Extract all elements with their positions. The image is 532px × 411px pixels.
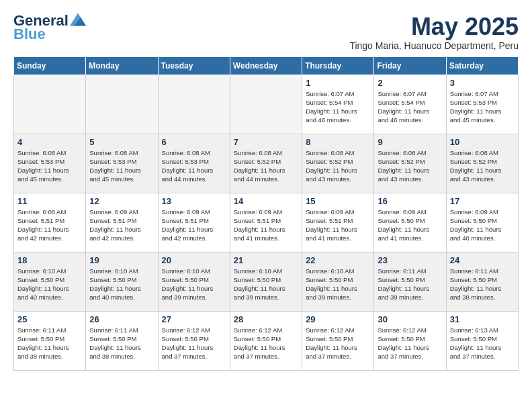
day-info: Sunrise: 6:09 AM Sunset: 5:51 PM Dayligh… — [306, 208, 370, 243]
day-info: Sunrise: 6:08 AM Sunset: 5:52 PM Dayligh… — [234, 148, 298, 184]
calendar-cell: 26Sunrise: 6:11 AM Sunset: 5:50 PM Dayli… — [86, 311, 158, 370]
calendar-cell: 7Sunrise: 6:08 AM Sunset: 5:52 PM Daylig… — [230, 134, 302, 193]
day-info: Sunrise: 6:11 AM Sunset: 5:50 PM Dayligh… — [17, 326, 82, 361]
day-info: Sunrise: 6:12 AM Sunset: 5:50 PM Dayligh… — [306, 326, 370, 361]
logo-blue-text: Blue — [13, 27, 46, 42]
day-number: 15 — [306, 196, 370, 206]
calendar-cell: 4Sunrise: 6:08 AM Sunset: 5:53 PM Daylig… — [14, 134, 86, 193]
day-number: 26 — [89, 314, 154, 324]
calendar-cell: 19Sunrise: 6:10 AM Sunset: 5:50 PM Dayli… — [86, 252, 158, 311]
day-number: 21 — [234, 255, 298, 265]
calendar-cell: 2Sunrise: 6:07 AM Sunset: 5:54 PM Daylig… — [374, 75, 446, 134]
day-number: 11 — [17, 196, 82, 206]
calendar-cell: 24Sunrise: 6:11 AM Sunset: 5:50 PM Dayli… — [446, 252, 518, 311]
month-title: May 2025 — [349, 13, 519, 40]
day-info: Sunrise: 6:10 AM Sunset: 5:50 PM Dayligh… — [89, 267, 154, 302]
day-number: 18 — [17, 255, 82, 265]
day-info: Sunrise: 6:09 AM Sunset: 5:50 PM Dayligh… — [378, 208, 442, 243]
day-info: Sunrise: 6:09 AM Sunset: 5:51 PM Dayligh… — [89, 208, 154, 243]
day-info: Sunrise: 6:08 AM Sunset: 5:53 PM Dayligh… — [89, 148, 154, 184]
day-number: 3 — [450, 78, 515, 88]
calendar-cell: 21Sunrise: 6:10 AM Sunset: 5:50 PM Dayli… — [230, 252, 302, 311]
calendar-cell: 20Sunrise: 6:10 AM Sunset: 5:50 PM Dayli… — [158, 252, 230, 311]
day-number: 7 — [234, 137, 298, 147]
day-number: 2 — [378, 78, 442, 88]
day-number: 25 — [17, 314, 82, 324]
day-info: Sunrise: 6:12 AM Sunset: 5:50 PM Dayligh… — [234, 326, 298, 361]
day-number: 20 — [162, 255, 226, 265]
calendar-week-row: 4Sunrise: 6:08 AM Sunset: 5:53 PM Daylig… — [14, 134, 519, 193]
day-number: 24 — [450, 255, 515, 265]
calendar-cell: 18Sunrise: 6:10 AM Sunset: 5:50 PM Dayli… — [14, 252, 86, 311]
calendar-cell: 14Sunrise: 6:09 AM Sunset: 5:51 PM Dayli… — [230, 193, 302, 252]
day-info: Sunrise: 6:10 AM Sunset: 5:50 PM Dayligh… — [306, 267, 370, 302]
day-info: Sunrise: 6:11 AM Sunset: 5:50 PM Dayligh… — [378, 267, 442, 302]
day-info: Sunrise: 6:11 AM Sunset: 5:50 PM Dayligh… — [450, 267, 515, 302]
logo: General Blue — [13, 13, 86, 42]
day-number: 23 — [378, 255, 442, 265]
day-number: 8 — [306, 137, 370, 147]
page-header: General Blue May 2025 Tingo Maria, Huanu… — [13, 13, 519, 51]
calendar-cell: 13Sunrise: 6:09 AM Sunset: 5:51 PM Dayli… — [158, 193, 230, 252]
day-number: 19 — [89, 255, 154, 265]
calendar-cell: 27Sunrise: 6:12 AM Sunset: 5:50 PM Dayli… — [158, 311, 230, 370]
day-info: Sunrise: 6:12 AM Sunset: 5:50 PM Dayligh… — [378, 326, 442, 361]
calendar-cell: 15Sunrise: 6:09 AM Sunset: 5:51 PM Dayli… — [302, 193, 374, 252]
calendar-cell — [230, 75, 302, 134]
calendar-cell: 12Sunrise: 6:09 AM Sunset: 5:51 PM Dayli… — [86, 193, 158, 252]
calendar-cell: 10Sunrise: 6:08 AM Sunset: 5:52 PM Dayli… — [446, 134, 518, 193]
calendar-cell: 22Sunrise: 6:10 AM Sunset: 5:50 PM Dayli… — [302, 252, 374, 311]
day-info: Sunrise: 6:10 AM Sunset: 5:50 PM Dayligh… — [17, 267, 82, 302]
day-number: 5 — [89, 137, 154, 147]
weekday-header-row: SundayMondayTuesdayWednesdayThursdayFrid… — [14, 56, 519, 75]
day-number: 12 — [89, 196, 154, 206]
calendar-cell: 23Sunrise: 6:11 AM Sunset: 5:50 PM Dayli… — [374, 252, 446, 311]
calendar-cell: 5Sunrise: 6:08 AM Sunset: 5:53 PM Daylig… — [86, 134, 158, 193]
day-info: Sunrise: 6:08 AM Sunset: 5:52 PM Dayligh… — [378, 148, 442, 184]
calendar-cell — [158, 75, 230, 134]
day-number: 29 — [306, 314, 370, 324]
day-info: Sunrise: 6:11 AM Sunset: 5:50 PM Dayligh… — [89, 326, 154, 361]
calendar-cell — [86, 75, 158, 134]
calendar-cell: 6Sunrise: 6:08 AM Sunset: 5:53 PM Daylig… — [158, 134, 230, 193]
day-number: 13 — [162, 196, 226, 206]
calendar-week-row: 25Sunrise: 6:11 AM Sunset: 5:50 PM Dayli… — [14, 311, 519, 370]
day-number: 22 — [306, 255, 370, 265]
day-number: 6 — [162, 137, 226, 147]
calendar-cell: 11Sunrise: 6:08 AM Sunset: 5:51 PM Dayli… — [14, 193, 86, 252]
calendar-cell: 30Sunrise: 6:12 AM Sunset: 5:50 PM Dayli… — [374, 311, 446, 370]
day-number: 17 — [450, 196, 515, 206]
weekday-header: Sunday — [14, 56, 86, 75]
day-info: Sunrise: 6:12 AM Sunset: 5:50 PM Dayligh… — [162, 326, 226, 361]
day-info: Sunrise: 6:09 AM Sunset: 5:50 PM Dayligh… — [450, 208, 515, 243]
day-info: Sunrise: 6:09 AM Sunset: 5:51 PM Dayligh… — [162, 208, 226, 243]
weekday-header: Saturday — [446, 56, 518, 75]
day-number: 31 — [450, 314, 515, 324]
day-number: 1 — [306, 78, 370, 88]
weekday-header: Monday — [86, 56, 158, 75]
calendar-cell: 16Sunrise: 6:09 AM Sunset: 5:50 PM Dayli… — [374, 193, 446, 252]
calendar-cell: 29Sunrise: 6:12 AM Sunset: 5:50 PM Dayli… — [302, 311, 374, 370]
logo-icon — [70, 13, 86, 26]
calendar-cell: 25Sunrise: 6:11 AM Sunset: 5:50 PM Dayli… — [14, 311, 86, 370]
day-number: 28 — [234, 314, 298, 324]
day-info: Sunrise: 6:09 AM Sunset: 5:51 PM Dayligh… — [234, 208, 298, 243]
weekday-header: Tuesday — [158, 56, 230, 75]
calendar-cell: 17Sunrise: 6:09 AM Sunset: 5:50 PM Dayli… — [446, 193, 518, 252]
calendar-cell: 9Sunrise: 6:08 AM Sunset: 5:52 PM Daylig… — [374, 134, 446, 193]
calendar-cell: 1Sunrise: 6:07 AM Sunset: 5:54 PM Daylig… — [302, 75, 374, 134]
calendar-week-row: 18Sunrise: 6:10 AM Sunset: 5:50 PM Dayli… — [14, 252, 519, 311]
calendar-cell: 8Sunrise: 6:08 AM Sunset: 5:52 PM Daylig… — [302, 134, 374, 193]
day-number: 14 — [234, 196, 298, 206]
day-number: 9 — [378, 137, 442, 147]
day-info: Sunrise: 6:08 AM Sunset: 5:53 PM Dayligh… — [162, 148, 226, 184]
day-info: Sunrise: 6:08 AM Sunset: 5:52 PM Dayligh… — [450, 148, 515, 184]
calendar-week-row: 1Sunrise: 6:07 AM Sunset: 5:54 PM Daylig… — [14, 75, 519, 134]
day-number: 16 — [378, 196, 442, 206]
calendar-cell: 3Sunrise: 6:07 AM Sunset: 5:53 PM Daylig… — [446, 75, 518, 134]
weekday-header: Friday — [374, 56, 446, 75]
calendar-cell: 28Sunrise: 6:12 AM Sunset: 5:50 PM Dayli… — [230, 311, 302, 370]
weekday-header: Thursday — [302, 56, 374, 75]
day-number: 27 — [162, 314, 226, 324]
calendar-cell — [14, 75, 86, 134]
